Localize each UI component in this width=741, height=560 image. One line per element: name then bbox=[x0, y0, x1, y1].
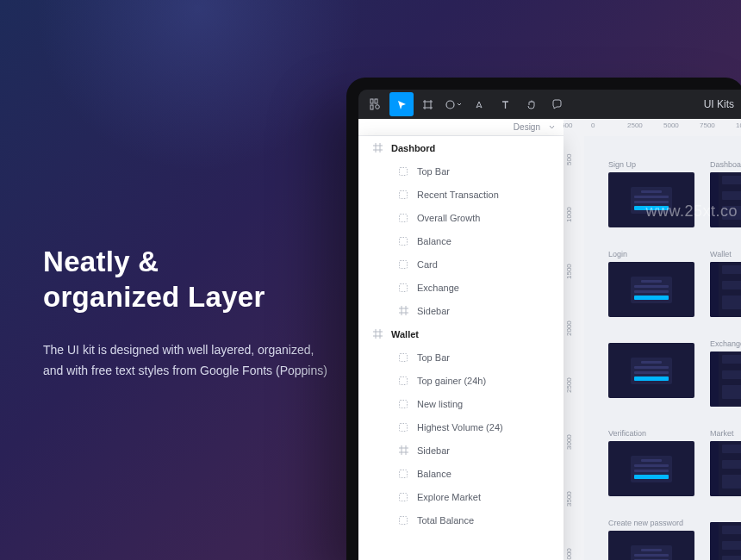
artboard[interactable]: Login bbox=[608, 250, 694, 317]
artboard[interactable]: Create new password bbox=[608, 519, 694, 560]
canvas-area[interactable]: Sign UpDashboardLoginWalletExchangeVerif… bbox=[584, 136, 741, 560]
ruler-tick: 0 bbox=[591, 121, 595, 129]
layer-item-label: New listing bbox=[417, 399, 463, 409]
layer-item[interactable]: New listing bbox=[358, 392, 564, 415]
layer-item-label: Top Bar bbox=[417, 166, 450, 177]
ruler-tick: 3500 bbox=[565, 491, 573, 507]
artboard[interactable]: Wallet bbox=[710, 250, 741, 317]
artboard-label: Create new password bbox=[608, 519, 694, 527]
layer-item-label: Balance bbox=[417, 469, 451, 479]
ruler-tick: -2500 bbox=[564, 121, 572, 129]
layer-item[interactable]: Highest Volume (24) bbox=[358, 415, 564, 439]
ruler-tick: 1500 bbox=[565, 264, 573, 279]
comment-tool-icon[interactable] bbox=[545, 92, 569, 116]
artboard[interactable]: Sign Up bbox=[608, 160, 694, 227]
artboard-label: Exchange bbox=[710, 339, 741, 348]
layer-item[interactable]: Overall Growth bbox=[358, 206, 564, 229]
layer-item-label: Exchange bbox=[417, 283, 459, 293]
artboard-label: Dashboard bbox=[710, 160, 741, 169]
svg-rect-2 bbox=[375, 99, 377, 103]
svg-rect-15 bbox=[400, 470, 408, 477]
artboards-grid: Sign UpDashboardLoginWalletExchangeVerif… bbox=[608, 160, 741, 560]
svg-point-4 bbox=[446, 101, 454, 109]
artboard-thumbnail bbox=[710, 441, 741, 496]
artboard[interactable]: Verification bbox=[608, 429, 694, 496]
layer-item-label: Highest Volume (24) bbox=[417, 422, 503, 432]
artboard[interactable]: Dashboard bbox=[710, 160, 741, 227]
app-screen: UI Kits Design + -250002500500075001000 … bbox=[358, 90, 741, 560]
artboard-label: Verification bbox=[608, 429, 694, 438]
layer-item[interactable]: Card bbox=[358, 252, 564, 276]
layer-item[interactable]: Recent Transaction bbox=[358, 183, 564, 206]
component-icon bbox=[398, 283, 408, 293]
frame-icon bbox=[372, 143, 383, 153]
frame-tool-icon[interactable] bbox=[415, 92, 439, 116]
ruler-tick: 1000 bbox=[565, 207, 573, 222]
artboard[interactable]: Market bbox=[710, 429, 741, 496]
tab-design[interactable]: Design bbox=[514, 122, 540, 132]
hero-title: Neatly & organized Layer bbox=[43, 244, 327, 315]
svg-rect-17 bbox=[400, 516, 408, 524]
artboard-thumbnail bbox=[608, 262, 694, 317]
layer-item[interactable]: Sidebar bbox=[358, 439, 564, 462]
ruler-tick: 500 bbox=[565, 154, 573, 165]
layer-item[interactable]: Explore Market bbox=[358, 485, 564, 508]
layer-item-label: Recent Transaction bbox=[417, 190, 499, 200]
component-icon bbox=[398, 492, 408, 502]
artboard-label: Sign Up bbox=[608, 160, 694, 169]
component-icon bbox=[398, 422, 408, 432]
svg-rect-7 bbox=[400, 214, 408, 221]
app-toolbar: UI Kits bbox=[358, 90, 741, 119]
layer-item[interactable]: Total Balance bbox=[358, 508, 564, 532]
svg-rect-8 bbox=[400, 237, 408, 245]
ruler-tick: 2500 bbox=[565, 377, 573, 393]
layer-item-label: Top Bar bbox=[417, 352, 450, 363]
artboard-label: Wallet bbox=[710, 250, 741, 258]
layer-item[interactable]: Balance bbox=[358, 462, 564, 485]
ruler-tick: 1000 bbox=[736, 121, 741, 129]
artboard-thumbnail bbox=[608, 172, 694, 227]
layer-item[interactable]: Top gainer (24h) bbox=[358, 369, 564, 392]
logo-icon[interactable] bbox=[364, 92, 388, 116]
layers-panel: DashbordTop BarRecent TransactionOverall… bbox=[358, 136, 564, 560]
layer-group[interactable]: Wallet bbox=[358, 322, 564, 345]
component-icon bbox=[398, 515, 408, 526]
text-tool-icon[interactable] bbox=[493, 92, 517, 116]
layer-group[interactable]: Dashbord bbox=[358, 136, 564, 159]
ruler-tick: 2500 bbox=[627, 121, 643, 129]
layer-group-label: Wallet bbox=[391, 329, 419, 339]
ruler-tick: 4000 bbox=[565, 548, 573, 560]
pen-tool-icon[interactable] bbox=[467, 92, 491, 116]
artboard[interactable] bbox=[710, 519, 741, 560]
artboard-thumbnail bbox=[608, 441, 694, 496]
component-icon bbox=[398, 399, 408, 409]
layer-item[interactable]: Top Bar bbox=[358, 159, 564, 183]
layer-item-label: Top gainer (24h) bbox=[417, 376, 486, 386]
svg-rect-13 bbox=[400, 400, 408, 408]
chevron-down-icon bbox=[549, 124, 555, 130]
shape-tool-icon[interactable] bbox=[441, 92, 465, 116]
artboard-thumbnail bbox=[608, 343, 694, 398]
hand-tool-icon[interactable] bbox=[519, 92, 543, 116]
hero-description: The UI kit is designed with well layered… bbox=[43, 339, 327, 382]
artboard[interactable]: Exchange bbox=[710, 339, 741, 407]
svg-rect-10 bbox=[400, 283, 408, 291]
ruler-tick: 3000 bbox=[565, 434, 573, 450]
layer-item[interactable]: Sidebar bbox=[358, 299, 564, 322]
layer-item[interactable]: Top Bar bbox=[358, 345, 564, 369]
layer-item[interactable]: Exchange bbox=[358, 276, 564, 299]
artboard[interactable] bbox=[608, 339, 694, 407]
hero-text-block: Neatly & organized Layer The UI kit is d… bbox=[43, 244, 327, 382]
component-icon bbox=[398, 469, 408, 479]
svg-rect-11 bbox=[400, 353, 408, 361]
component-icon bbox=[398, 213, 408, 223]
layer-item[interactable]: Balance bbox=[358, 229, 564, 252]
artboard-thumbnail bbox=[710, 262, 741, 317]
svg-rect-14 bbox=[400, 423, 408, 431]
layer-item-label: Overall Growth bbox=[417, 213, 480, 223]
ruler-tick: 2000 bbox=[565, 320, 573, 336]
ruler-tick: 7500 bbox=[700, 121, 715, 129]
move-tool-icon[interactable] bbox=[389, 92, 414, 116]
component-icon bbox=[398, 166, 408, 177]
svg-point-3 bbox=[376, 105, 380, 109]
